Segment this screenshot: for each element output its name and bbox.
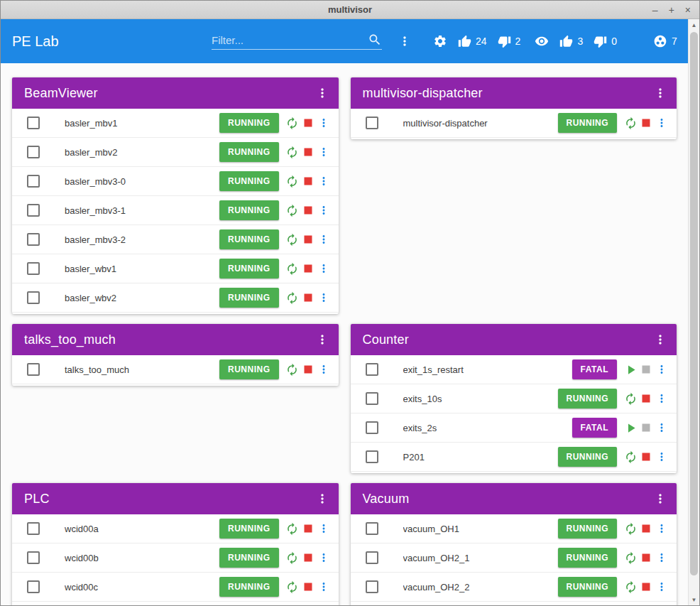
process-menu-icon[interactable] bbox=[316, 261, 332, 276]
process-menu-icon[interactable] bbox=[654, 521, 669, 536]
process-status-button[interactable]: RUNNING bbox=[219, 359, 279, 379]
restart-icon[interactable] bbox=[285, 550, 300, 566]
stop-icon[interactable] bbox=[638, 550, 654, 566]
group-menu-icon[interactable] bbox=[650, 488, 671, 509]
process-status-button[interactable]: RUNNING bbox=[219, 142, 279, 162]
restart-icon[interactable] bbox=[285, 202, 300, 218]
process-status-button[interactable]: RUNNING bbox=[558, 519, 618, 539]
restart-icon[interactable] bbox=[285, 290, 300, 305]
process-status-button[interactable]: RUNNING bbox=[219, 577, 279, 597]
restart-icon[interactable] bbox=[285, 173, 300, 189]
process-checkbox[interactable] bbox=[27, 363, 40, 376]
process-checkbox[interactable] bbox=[27, 175, 40, 188]
process-status-button[interactable]: RUNNING bbox=[219, 200, 279, 220]
process-status-button[interactable]: RUNNING bbox=[219, 259, 279, 278]
process-status-button[interactable]: RUNNING bbox=[558, 447, 618, 467]
process-checkbox[interactable] bbox=[366, 363, 378, 376]
process-checkbox[interactable] bbox=[27, 291, 40, 304]
restart-icon[interactable] bbox=[285, 579, 300, 595]
process-checkbox[interactable] bbox=[366, 450, 378, 463]
process-status-button[interactable]: RUNNING bbox=[219, 113, 279, 133]
stop-icon[interactable] bbox=[300, 521, 316, 536]
stop-icon[interactable] bbox=[638, 579, 654, 595]
vertical-scrollbar[interactable]: ▲ ▼ bbox=[688, 19, 699, 605]
stop-icon[interactable] bbox=[300, 202, 316, 218]
group-menu-icon[interactable] bbox=[650, 82, 671, 104]
restart-icon[interactable] bbox=[285, 362, 300, 377]
restart-icon[interactable] bbox=[285, 521, 300, 536]
process-menu-icon[interactable] bbox=[654, 550, 669, 566]
stop-icon[interactable] bbox=[300, 290, 316, 305]
process-menu-icon[interactable] bbox=[654, 362, 669, 377]
restart-icon[interactable] bbox=[285, 115, 300, 131]
process-menu-icon[interactable] bbox=[654, 449, 669, 465]
process-status-button[interactable]: RUNNING bbox=[219, 548, 279, 568]
process-checkbox[interactable] bbox=[27, 146, 40, 158]
stop-icon[interactable] bbox=[300, 144, 316, 160]
process-menu-icon[interactable] bbox=[316, 173, 332, 189]
process-checkbox[interactable] bbox=[366, 117, 378, 129]
stop-icon[interactable] bbox=[638, 449, 654, 465]
settings-icon[interactable] bbox=[433, 34, 447, 48]
start-icon[interactable] bbox=[623, 362, 638, 377]
scroll-up-arrow[interactable]: ▲ bbox=[689, 19, 699, 31]
process-checkbox[interactable] bbox=[27, 233, 40, 246]
process-menu-icon[interactable] bbox=[654, 391, 669, 406]
filter-input[interactable] bbox=[212, 34, 368, 46]
process-status-button[interactable]: FATAL bbox=[572, 359, 617, 379]
restart-icon[interactable] bbox=[623, 579, 638, 595]
process-status-button[interactable]: RUNNING bbox=[558, 548, 618, 568]
process-status-button[interactable]: RUNNING bbox=[558, 113, 618, 133]
scroll-down-arrow[interactable]: ▼ bbox=[689, 594, 699, 605]
process-menu-icon[interactable] bbox=[654, 420, 669, 435]
process-status-button[interactable]: RUNNING bbox=[558, 577, 618, 597]
process-menu-icon[interactable] bbox=[316, 290, 332, 305]
process-menu-icon[interactable] bbox=[316, 232, 332, 247]
stop-icon[interactable] bbox=[638, 521, 654, 536]
restart-icon[interactable] bbox=[623, 521, 638, 536]
minimize-button[interactable]: – bbox=[652, 5, 658, 15]
process-status-button[interactable]: RUNNING bbox=[219, 519, 279, 539]
process-menu-icon[interactable] bbox=[654, 579, 669, 595]
process-checkbox[interactable] bbox=[27, 580, 40, 593]
process-status-button[interactable]: RUNNING bbox=[219, 229, 279, 249]
stop-icon[interactable] bbox=[300, 173, 316, 189]
process-menu-icon[interactable] bbox=[316, 202, 332, 218]
process-status-button[interactable]: RUNNING bbox=[219, 171, 279, 191]
process-menu-icon[interactable] bbox=[316, 579, 332, 595]
process-checkbox[interactable] bbox=[27, 522, 40, 535]
stop-icon[interactable] bbox=[300, 232, 316, 247]
restart-icon[interactable] bbox=[623, 550, 638, 566]
scrollbar-thumb[interactable] bbox=[690, 32, 698, 575]
process-checkbox[interactable] bbox=[27, 551, 40, 564]
appbar-menu-icon[interactable] bbox=[398, 34, 412, 48]
process-status-button[interactable]: FATAL bbox=[572, 418, 617, 438]
restart-icon[interactable] bbox=[285, 144, 300, 160]
group-menu-icon[interactable] bbox=[312, 488, 333, 509]
stop-icon[interactable] bbox=[638, 391, 654, 406]
stop-icon[interactable] bbox=[300, 579, 316, 595]
start-icon[interactable] bbox=[623, 420, 638, 435]
restart-icon[interactable] bbox=[623, 391, 638, 406]
process-menu-icon[interactable] bbox=[316, 521, 332, 536]
stop-icon[interactable] bbox=[638, 115, 654, 131]
process-checkbox[interactable] bbox=[366, 421, 378, 434]
process-checkbox[interactable] bbox=[27, 262, 40, 275]
stop-icon[interactable] bbox=[300, 550, 316, 566]
process-checkbox[interactable] bbox=[366, 551, 378, 564]
restart-icon[interactable] bbox=[623, 449, 638, 465]
process-checkbox[interactable] bbox=[27, 204, 40, 217]
supervisors-icon[interactable] bbox=[653, 34, 667, 48]
process-status-button[interactable]: RUNNING bbox=[558, 389, 618, 408]
group-menu-icon[interactable] bbox=[650, 329, 671, 350]
process-menu-icon[interactable] bbox=[316, 144, 332, 160]
restart-icon[interactable] bbox=[285, 232, 300, 247]
process-menu-icon[interactable] bbox=[316, 550, 332, 566]
restart-icon[interactable] bbox=[285, 261, 300, 276]
stop-icon[interactable] bbox=[300, 362, 316, 377]
process-checkbox[interactable] bbox=[366, 392, 378, 405]
process-menu-icon[interactable] bbox=[316, 115, 332, 131]
process-checkbox[interactable] bbox=[27, 117, 40, 129]
maximize-button[interactable]: + bbox=[669, 5, 674, 15]
process-checkbox[interactable] bbox=[366, 580, 378, 593]
